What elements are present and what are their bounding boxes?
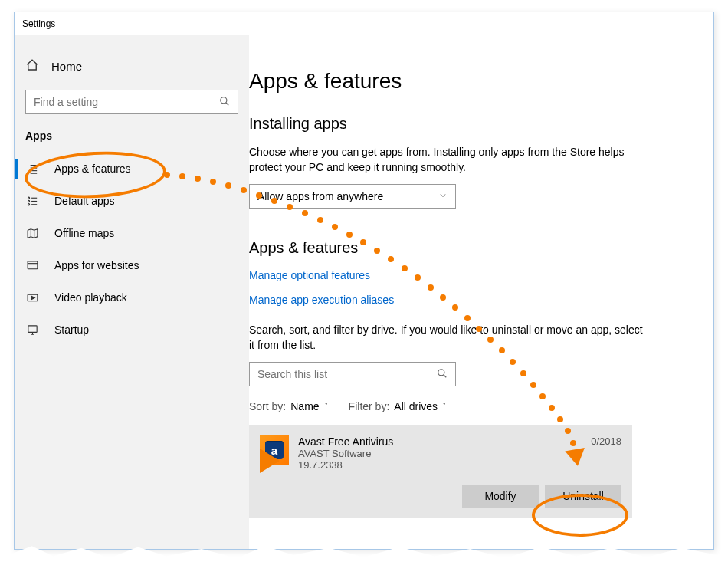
sidebar-item-offline-maps[interactable]: Offline maps [15,217,249,249]
install-description: Choose where you can get apps from. Inst… [249,145,648,175]
content: Apps & features Installing apps Choose w… [249,35,713,549]
svg-point-12 [28,203,29,205]
sidebar-item-video-playback[interactable]: Video playback [15,281,249,314]
sidebar-nav: Apps & features Default apps Offline map… [15,153,249,346]
sort-value: Name [290,400,319,412]
avast-logo-icon: a [265,441,284,459]
apps-websites-icon [25,258,39,272]
sidebar-item-label: Apps & features [54,163,131,175]
svg-marker-21 [31,296,34,299]
settings-window: Settings Home Apps [14,12,714,550]
search-icon [219,96,230,109]
sort-filter-row: Sort by: Name ˅ Filter by: All drives ˅ [249,400,683,412]
sort-by[interactable]: Sort by: Name ˅ [249,400,329,412]
sidebar-item-label: Video playback [54,291,127,304]
search-icon [437,368,448,381]
chevron-down-icon: ˅ [324,402,329,412]
svg-line-26 [444,375,447,378]
chevron-down-icon [438,191,448,202]
startup-icon [25,323,39,337]
sidebar: Home Apps Apps & features [15,35,249,549]
app-search-input[interactable] [257,368,437,380]
sidebar-item-apps-features[interactable]: Apps & features [15,153,249,185]
app-version: 19.7.2338 [298,459,621,471]
subsection-title: Apps & features [249,239,683,257]
sidebar-home-label: Home [51,60,82,73]
map-icon [25,226,39,240]
window-title: Settings [22,18,55,29]
app-action-buttons: Modify Uninstall [260,485,621,508]
sidebar-search-input[interactable] [34,96,219,108]
svg-rect-18 [28,261,38,268]
sidebar-item-startup[interactable]: Startup [15,314,249,346]
settings-body: Home Apps Apps & features [15,35,713,549]
app-meta: Avast Free Antivirus AVAST Software 19.7… [298,435,621,471]
svg-point-0 [221,97,227,103]
app-vendor: AVAST Software [298,448,621,459]
install-source-value: Allow apps from anywhere [257,190,383,202]
app-search[interactable] [249,362,456,386]
svg-point-10 [28,197,29,199]
app-row: a Avast Free Antivirus AVAST Software 19… [260,435,621,471]
link-manage-execution-aliases[interactable]: Manage app execution aliases [249,294,683,306]
sidebar-item-label: Default apps [54,195,115,207]
sidebar-item-apps-for-websites[interactable]: Apps for websites [15,249,249,281]
avast-app-icon: a [260,435,289,465]
svg-point-11 [28,200,29,202]
svg-rect-22 [28,325,36,332]
page-title: Apps & features [249,69,683,94]
home-icon [25,58,39,74]
defaults-icon [25,194,39,208]
sidebar-search-wrap [15,90,249,130]
sidebar-item-label: Apps for websites [54,259,139,271]
filter-value: All drives [394,400,438,412]
app-name: Avast Free Antivirus [298,435,621,448]
filter-label: Filter by: [349,400,390,412]
svg-line-1 [226,102,229,105]
filter-by[interactable]: Filter by: All drives ˅ [349,400,447,412]
install-source-select[interactable]: Allow apps from anywhere [249,184,456,209]
sidebar-item-default-apps[interactable]: Default apps [15,185,249,217]
list-detail-icon [25,162,39,176]
filter-description: Search, sort, and filter by drive. If yo… [249,323,648,353]
svg-point-25 [438,370,444,376]
sidebar-item-label: Startup [54,324,89,336]
app-install-date: 0/2018 [591,435,621,447]
content-inner: Apps & features Installing apps Choose w… [249,69,683,518]
sidebar-search[interactable] [25,90,238,114]
sort-label: Sort by: [249,400,286,412]
chevron-down-icon: ˅ [442,402,447,412]
sidebar-section-label: Apps [15,130,249,153]
app-list-item[interactable]: a Avast Free Antivirus AVAST Software 19… [249,425,632,518]
sidebar-home[interactable]: Home [15,51,249,90]
uninstall-button[interactable]: Uninstall [545,485,621,508]
modify-button[interactable]: Modify [462,485,539,508]
window-titlebar: Settings [15,12,713,35]
video-icon [25,291,39,304]
section-install-title: Installing apps [249,115,683,133]
sidebar-item-label: Offline maps [54,227,114,239]
link-manage-optional-features[interactable]: Manage optional features [249,269,683,281]
